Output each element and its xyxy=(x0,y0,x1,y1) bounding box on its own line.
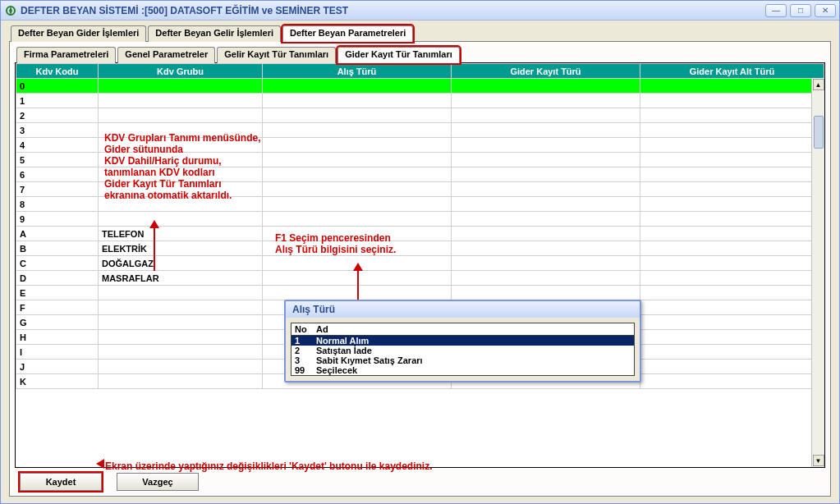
cancel-button[interactable]: Vazgeç xyxy=(117,473,199,491)
popup-item[interactable]: 1Normal Alım xyxy=(291,336,634,346)
grid-cell[interactable] xyxy=(99,212,263,227)
grid-cell[interactable] xyxy=(99,300,263,315)
table-row[interactable]: DMASRAFLAR xyxy=(16,271,824,286)
grid-cell[interactable]: 0 xyxy=(16,79,99,94)
grid-cell[interactable]: 6 xyxy=(16,167,99,182)
minimize-button[interactable]: — xyxy=(765,4,787,17)
grid-cell[interactable] xyxy=(640,300,824,315)
grid-cell[interactable] xyxy=(99,108,263,123)
grid-cell[interactable] xyxy=(99,167,263,182)
grid-cell[interactable] xyxy=(640,197,824,212)
grid-cell[interactable] xyxy=(99,345,263,360)
grid-cell[interactable] xyxy=(263,167,452,182)
grid-cell[interactable] xyxy=(99,182,263,197)
table-row[interactable]: 3 xyxy=(16,123,824,138)
grid-cell[interactable] xyxy=(640,241,824,256)
grid-cell[interactable]: J xyxy=(16,360,99,374)
grid-cell[interactable]: H xyxy=(16,330,99,345)
grid-cell[interactable] xyxy=(640,182,824,197)
table-row[interactable]: 8 xyxy=(16,197,824,212)
table-row[interactable]: CDOĞALGAZ xyxy=(16,256,824,271)
grid-cell[interactable] xyxy=(99,79,263,94)
maximize-button[interactable]: □ xyxy=(790,4,811,17)
grid-cell[interactable] xyxy=(452,153,640,167)
grid-cell[interactable] xyxy=(263,197,452,212)
grid-cell[interactable] xyxy=(640,360,824,374)
grid-cell[interactable] xyxy=(452,94,640,108)
tab-inner-3[interactable]: Gider Kayıt Tür Tanımları xyxy=(337,47,460,63)
tab-inner-2[interactable]: Gelir Kayıt Tür Tanımları xyxy=(217,47,336,63)
grid-cell[interactable] xyxy=(263,123,452,138)
grid-cell[interactable] xyxy=(452,271,640,286)
popup-item[interactable]: 2Satıştan İade xyxy=(291,346,634,355)
grid-cell[interactable] xyxy=(263,79,452,94)
tab-top-1[interactable]: Defter Beyan Gelir İşlemleri xyxy=(148,25,281,42)
grid-cell[interactable]: I xyxy=(16,345,99,360)
grid-cell[interactable] xyxy=(452,212,640,227)
grid-cell[interactable]: MASRAFLAR xyxy=(99,271,263,286)
grid-header[interactable]: Kdv Kodu xyxy=(16,64,99,79)
grid-header[interactable]: Alış Türü xyxy=(263,64,452,79)
popup-alis-turu[interactable]: Alış Türü No Ad 1Normal Alım2Satıştan İa… xyxy=(284,300,641,383)
tab-top-0[interactable]: Defter Beyan Gider İşlemleri xyxy=(11,25,146,42)
grid-cell[interactable] xyxy=(640,330,824,345)
grid-cell[interactable] xyxy=(640,108,824,123)
grid-cell[interactable]: E xyxy=(16,286,99,300)
grid-cell[interactable] xyxy=(640,227,824,241)
grid-cell[interactable] xyxy=(99,153,263,167)
grid-cell[interactable] xyxy=(452,79,640,94)
grid-cell[interactable] xyxy=(640,286,824,300)
grid-cell[interactable] xyxy=(263,241,452,256)
grid-cell[interactable] xyxy=(452,227,640,241)
grid-cell[interactable]: K xyxy=(16,374,99,389)
table-row[interactable]: 7 xyxy=(16,182,824,197)
grid-cell[interactable]: C xyxy=(16,256,99,271)
grid-cell[interactable]: 7 xyxy=(16,182,99,197)
scroll-down-icon[interactable]: ▼ xyxy=(813,455,824,466)
grid-cell[interactable] xyxy=(99,374,263,389)
tab-top-2[interactable]: Defter Beyan Parametreleri xyxy=(282,25,413,42)
grid-cell[interactable] xyxy=(640,138,824,153)
tab-inner-0[interactable]: Firma Parametreleri xyxy=(16,47,116,63)
grid-cell[interactable] xyxy=(263,227,452,241)
grid-cell[interactable] xyxy=(640,256,824,271)
grid-cell[interactable] xyxy=(640,79,824,94)
grid-header[interactable]: Gider Kayıt Alt Türü xyxy=(640,64,824,79)
save-button[interactable]: Kaydet xyxy=(20,473,102,491)
grid-cell[interactable] xyxy=(99,94,263,108)
grid-cell[interactable] xyxy=(263,138,452,153)
grid-cell[interactable]: B xyxy=(16,241,99,256)
grid-cell[interactable] xyxy=(452,182,640,197)
scroll-up-icon[interactable]: ▲ xyxy=(813,79,824,90)
grid-cell[interactable]: 9 xyxy=(16,212,99,227)
grid-cell[interactable]: 3 xyxy=(16,123,99,138)
grid-cell[interactable] xyxy=(640,271,824,286)
grid-cell[interactable]: 4 xyxy=(16,138,99,153)
grid-cell[interactable] xyxy=(263,271,452,286)
grid-cell[interactable] xyxy=(99,123,263,138)
table-row[interactable]: 1 xyxy=(16,94,824,108)
grid-cell[interactable]: 1 xyxy=(16,94,99,108)
tab-inner-1[interactable]: Genel Parametreler xyxy=(117,47,215,63)
grid-cell[interactable]: F xyxy=(16,300,99,315)
grid-header[interactable]: Gider Kayıt Türü xyxy=(452,64,640,79)
popup-list[interactable]: 1Normal Alım2Satıştan İade3Sabit Kıymet … xyxy=(291,336,634,375)
table-row[interactable]: 4 xyxy=(16,138,824,153)
popup-item[interactable]: 99Seçilecek xyxy=(291,365,634,375)
popup-item[interactable]: 3Sabit Kıymet Satış Zararı xyxy=(291,355,634,365)
grid-cell[interactable] xyxy=(99,286,263,300)
grid-cell[interactable] xyxy=(452,241,640,256)
grid-cell[interactable] xyxy=(640,345,824,360)
table-row[interactable]: ATELEFON xyxy=(16,227,824,241)
scroll-thumb[interactable] xyxy=(814,116,824,149)
grid-cell[interactable] xyxy=(263,286,452,300)
grid-cell[interactable] xyxy=(640,167,824,182)
grid-header[interactable]: Kdv Grubu xyxy=(99,64,263,79)
grid-cell[interactable]: D xyxy=(16,271,99,286)
close-button[interactable]: ✕ xyxy=(815,4,836,17)
grid-cell[interactable] xyxy=(452,108,640,123)
grid-cell[interactable]: DOĞALGAZ xyxy=(99,256,263,271)
table-row[interactable]: 9 xyxy=(16,212,824,227)
grid-cell[interactable] xyxy=(640,94,824,108)
grid-cell[interactable] xyxy=(452,286,640,300)
